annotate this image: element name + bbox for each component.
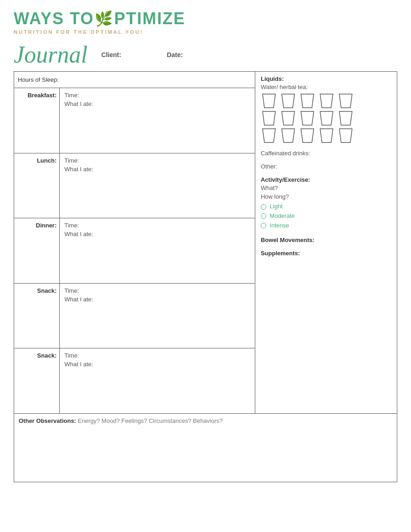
cup-4 [318, 93, 335, 109]
meal-snack2: Snack: Time: What I ate: [14, 348, 255, 413]
svg-marker-10 [263, 129, 275, 142]
bowel-section: Bowel Movements: [261, 237, 391, 243]
cup-15 [337, 128, 354, 143]
meal-snack2-what: What I ate: [64, 361, 250, 368]
meal-snack1-label: Snack: [14, 284, 60, 348]
svg-marker-2 [301, 94, 314, 108]
meal-dinner-time: Time: [64, 222, 250, 229]
cup-3 [299, 93, 316, 109]
logo-subtitle: NUTRITION FOR THE OPTIMAL YOU! [14, 29, 397, 35]
meal-dinner: Dinner: Time: What I ate: [14, 218, 255, 284]
svg-marker-7 [301, 111, 314, 125]
meal-snack2-content: Time: What I ate: [60, 348, 255, 413]
cup-14 [318, 128, 335, 143]
meal-dinner-label: Dinner: [14, 218, 60, 283]
activity-what: What? [261, 184, 391, 191]
intensity-light-label: Light [270, 203, 283, 210]
caffeinated-section: Caffeinated drinks: [261, 150, 391, 157]
client-label: Client: [101, 51, 121, 58]
main-table: Hours of Sleep: Breakfast: Time: What I … [14, 71, 397, 414]
cup-1 [261, 93, 277, 109]
logo-title: WAYS TO 🌿 PTIMIZE [14, 9, 397, 28]
cup-5 [337, 93, 354, 109]
meal-snack1-what: What I ate: [64, 296, 250, 303]
svg-marker-6 [282, 111, 295, 125]
cup-10 [337, 111, 354, 126]
intensity-moderate-label: Moderate [270, 212, 295, 219]
cup-13 [299, 128, 316, 143]
svg-marker-0 [263, 94, 275, 108]
left-column: Hours of Sleep: Breakfast: Time: What I … [14, 72, 255, 413]
meal-breakfast: Breakfast: Time: What I ate: [14, 88, 255, 153]
activity-title: Activity/Exercise: [261, 176, 391, 183]
journal-header: Journal Client: Date: [14, 43, 397, 67]
logo-area: WAYS TO 🌿 PTIMIZE NUTRITION FOR THE OPTI… [14, 9, 397, 35]
circle-light-icon [261, 204, 266, 210]
logo-text-part1: WAYS TO [14, 9, 94, 28]
meal-lunch-time: Time: [64, 157, 250, 164]
meal-lunch-what: What I ate: [64, 166, 250, 173]
svg-marker-12 [301, 129, 314, 142]
cup-6 [261, 111, 277, 126]
meal-breakfast-what: What I ate: [64, 100, 250, 107]
cups-grid [261, 93, 391, 143]
svg-marker-1 [282, 94, 295, 108]
circle-moderate-icon [261, 213, 266, 219]
meal-lunch: Lunch: Time: What I ate: [14, 153, 255, 219]
other-section: Other: [261, 163, 391, 170]
cup-12 [280, 128, 296, 143]
svg-marker-8 [320, 111, 333, 125]
svg-marker-13 [320, 129, 333, 142]
meal-lunch-label: Lunch: [14, 153, 60, 218]
cup-7 [280, 111, 296, 126]
cup-9 [318, 111, 335, 126]
meal-snack1-time: Time: [64, 287, 250, 294]
date-label: Date: [167, 51, 183, 58]
other-label: Other: [261, 163, 391, 170]
client-field-label: Client: [101, 51, 121, 58]
meal-breakfast-content: Time: What I ate: [60, 88, 255, 153]
observations-box: Other Observations: Energy? Mood? Feelin… [14, 414, 397, 482]
sleep-label: Hours of Sleep: [18, 76, 59, 83]
supplements-section: Supplements: [261, 250, 391, 257]
cup-11 [261, 128, 277, 143]
meal-snack1: Snack: Time: What I ate: [14, 284, 255, 349]
observations-items: Energy? Mood? Feelings? Circumstances? B… [78, 417, 222, 424]
circle-intense-icon [261, 223, 266, 228]
svg-marker-4 [339, 94, 352, 108]
meal-snack1-content: Time: What I ate: [60, 284, 255, 348]
svg-marker-3 [320, 94, 333, 108]
cup-2 [280, 93, 296, 109]
meal-breakfast-label: Breakfast: [14, 88, 60, 153]
journal-title: Journal [14, 43, 88, 67]
journal-client-date: Client: Date: [101, 51, 183, 58]
caffeinated-label: Caffeinated drinks: [261, 150, 391, 157]
meal-snack2-time: Time: [64, 352, 250, 359]
svg-marker-11 [282, 129, 295, 142]
logo-leaf-icon: 🌿 [95, 10, 114, 27]
observations-label: Other Observations: [19, 417, 76, 424]
sleep-row: Hours of Sleep: [14, 72, 255, 88]
intensity-light[interactable]: Light [261, 202, 391, 211]
cup-8 [299, 111, 316, 126]
liquids-section: Liquids: Water/ herbal tea: [261, 75, 391, 143]
meal-lunch-content: Time: What I ate: [60, 153, 255, 218]
intensity-moderate[interactable]: Moderate [261, 211, 391, 221]
activity-section: Activity/Exercise: What? How long? Light… [261, 176, 391, 230]
date-field-label: Date: [167, 51, 183, 58]
bowel-label: Bowel Movements: [261, 237, 391, 243]
logo-text-part2: PTIMIZE [114, 9, 185, 28]
svg-marker-5 [263, 111, 275, 125]
svg-marker-14 [339, 129, 352, 142]
right-column: Liquids: Water/ herbal tea: [255, 72, 397, 413]
svg-marker-9 [339, 111, 352, 125]
meal-dinner-content: Time: What I ate: [60, 218, 255, 283]
meal-dinner-what: What I ate: [64, 231, 250, 237]
intensity-intense-label: Intense [270, 222, 290, 229]
water-label: Water/ herbal tea: [261, 84, 391, 90]
supplements-label: Supplements: [261, 250, 391, 257]
intensity-intense[interactable]: Intense [261, 221, 391, 231]
meal-snack2-label: Snack: [14, 348, 60, 413]
activity-how-long: How long? [261, 193, 391, 200]
liquids-title: Liquids: [261, 75, 391, 82]
